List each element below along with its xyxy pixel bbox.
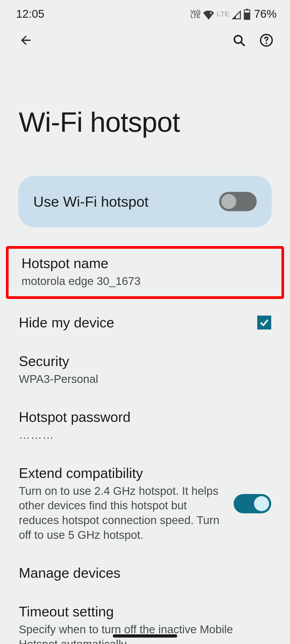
svg-text:6: 6 [210, 11, 212, 15]
status-right: Vo)) LTE 6 LTE 76% [190, 8, 277, 20]
svg-rect-3 [244, 13, 250, 20]
volte-icon: Vo)) LTE [190, 10, 200, 18]
use-hotspot-card[interactable]: Use Wi-Fi hotspot [18, 176, 272, 227]
security-row[interactable]: Security WPA3-Personal [11, 342, 279, 398]
hide-device-checkbox[interactable] [257, 316, 271, 330]
hotspot-password-title: Hotspot password [19, 409, 271, 425]
hide-device-title: Hide my device [19, 314, 248, 331]
extend-compatibility-title: Extend compatibility [19, 465, 224, 481]
battery-percent: 76% [254, 8, 277, 20]
status-time: 12:05 [16, 8, 44, 20]
svg-point-7 [266, 42, 267, 44]
hotspot-name-row[interactable]: Hotspot name motorola edge 30_1673 [6, 246, 284, 299]
hotspot-password-value: ……… [19, 428, 271, 442]
wifi-icon: 6 [203, 9, 214, 19]
timeout-setting-title: Timeout setting [19, 603, 271, 620]
extend-compatibility-toggle[interactable] [234, 494, 271, 513]
use-hotspot-toggle[interactable] [219, 192, 257, 211]
use-hotspot-label: Use Wi-Fi hotspot [33, 193, 148, 210]
page-title: Wi-Fi hotspot [0, 50, 290, 176]
hotspot-password-row[interactable]: Hotspot password ……… [11, 398, 279, 454]
arrow-back-icon [19, 33, 33, 47]
hide-device-row[interactable]: Hide my device [11, 299, 279, 342]
hotspot-name-value: motorola edge 30_1673 [21, 274, 269, 289]
back-button[interactable] [16, 31, 35, 50]
check-icon [259, 317, 270, 328]
extend-compatibility-row[interactable]: Extend compatibility Turn on to use 2.4 … [11, 454, 279, 554]
help-icon [259, 33, 273, 47]
app-bar [0, 23, 290, 50]
battery-icon [244, 9, 250, 19]
search-icon [232, 33, 246, 47]
hotspot-name-title: Hotspot name [21, 255, 269, 271]
security-value: WPA3-Personal [19, 372, 271, 387]
navigation-pill[interactable] [113, 634, 177, 638]
manage-devices-title: Manage devices [19, 565, 271, 581]
signal-icon [232, 9, 241, 19]
help-button[interactable] [257, 31, 276, 50]
timeout-setting-desc: Specify when to turn off the inactive Mo… [19, 622, 271, 644]
status-bar: 12:05 Vo)) LTE 6 LTE 76% [0, 0, 290, 23]
svg-line-5 [241, 42, 244, 46]
security-title: Security [19, 353, 271, 369]
extend-compatibility-desc: Turn on to use 2.4 GHz hotspot. It helps… [19, 484, 224, 542]
search-button[interactable] [229, 31, 249, 50]
lte-indicator: LTE [217, 10, 229, 18]
manage-devices-row[interactable]: Manage devices [11, 554, 279, 592]
